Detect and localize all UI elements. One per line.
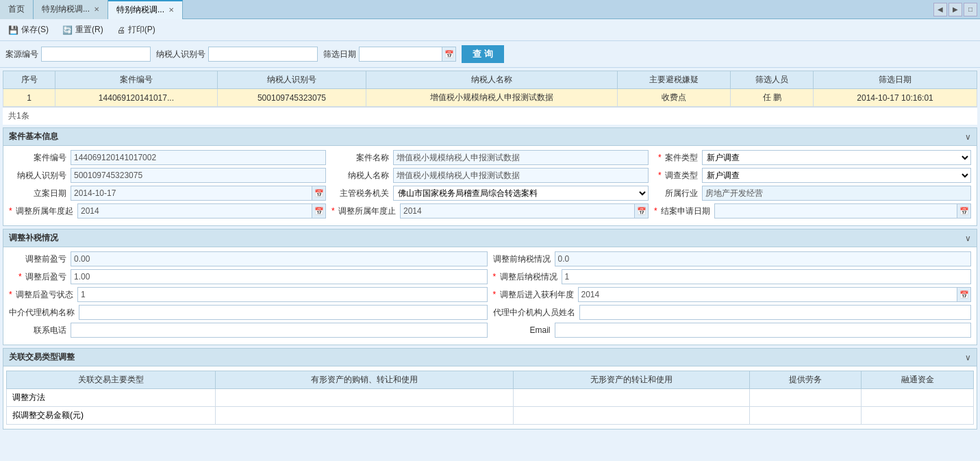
case-date-icon[interactable]: 📅	[312, 186, 325, 200]
print-button[interactable]: 🖨 打印(P)	[114, 23, 158, 37]
th-case-no: 案件编号	[55, 71, 217, 89]
select-case-type[interactable]: 新户调查	[703, 151, 970, 164]
tab-maximize-button[interactable]: □	[964, 3, 977, 16]
input-adjust-end-wrapper: 📅	[400, 203, 649, 219]
basic-info-header[interactable]: 案件基本信息 ∨	[3, 128, 977, 146]
profit-year-icon[interactable]: 📅	[957, 288, 970, 301]
rt-cell-0-col3[interactable]	[862, 389, 974, 407]
rt-cell-1-col0[interactable]	[215, 407, 513, 425]
input-adjust-start[interactable]	[78, 206, 312, 216]
reset-button[interactable]: 🔄 重置(R)	[60, 23, 106, 37]
label-intermediary-person: 代理中介机构人员姓名	[493, 307, 579, 319]
label-case-date: 立案日期	[9, 188, 71, 199]
cell-close-date: * 结案申请日期 📅	[651, 203, 974, 219]
label-pre-tax: 调整前纳税情况	[493, 253, 555, 265]
cell-taxpayer-name2: 纳税人名称	[329, 168, 651, 183]
related-trans-body: 关联交易主要类型 有形资产的购销、转让和使用 无形资产的转让和使用 提供劳务 融…	[3, 366, 977, 429]
form-row-4: * 调整所属年度起 📅 * 调整所属年度止 📅	[6, 203, 974, 219]
rt-cell-0-col1[interactable]	[513, 389, 749, 407]
cell-case-type: * 案件类型 新户调查	[651, 150, 974, 165]
tab-home[interactable]: 首页	[0, 0, 34, 19]
input-close-date-wrapper: 📅	[714, 203, 971, 219]
cell-taxpayer-id2: 纳税人识别号	[6, 168, 329, 183]
table-row[interactable]: 1 144069120141017... 500109745323075 增值税…	[3, 89, 977, 107]
related-trans-header[interactable]: 关联交易类型调整 ∨	[3, 349, 977, 366]
input-adjust-end[interactable]	[401, 206, 634, 216]
input-pre-tax[interactable]	[555, 251, 972, 266]
label-case-no: 案件编号	[9, 152, 71, 164]
tab-home-label: 首页	[8, 3, 25, 15]
case-no-input[interactable]	[41, 47, 151, 62]
input-phone[interactable]	[71, 323, 488, 338]
input-intermediary-person[interactable]	[579, 305, 972, 320]
input-close-date[interactable]	[715, 206, 957, 216]
input-case-no	[71, 150, 326, 165]
adjust-start-icon[interactable]: 📅	[312, 204, 325, 218]
cell-industry: 所属行业	[651, 186, 974, 201]
select-main-tax[interactable]: 佛山市国家税务局稽查局综合转选案料	[394, 186, 648, 200]
label-adjust-start: * 调整所属年度起	[9, 205, 77, 217]
form-row-3: 立案日期 📅 主管税务机关 佛山市国家税务局稽查局综合转选案料 所属	[6, 186, 974, 201]
rt-cell-0-col2[interactable]	[749, 389, 862, 407]
basic-info-section: 案件基本信息 ∨ 案件编号 案件名称 * 案件类型	[3, 127, 977, 226]
save-label: 保存(S)	[21, 24, 49, 36]
adjust-end-icon[interactable]: 📅	[634, 204, 648, 218]
basic-info-title: 案件基本信息	[9, 131, 58, 142]
save-button[interactable]: 💾 保存(S)	[5, 23, 51, 37]
filter-date-icon[interactable]: 📅	[442, 47, 455, 61]
basic-info-toggle: ∨	[965, 132, 971, 142]
related-trans-table: 关联交易主要类型 有形资产的购销、转让和使用 无形资产的转让和使用 提供劳务 融…	[6, 371, 974, 425]
tab-1-label: 特别纳税调...	[42, 3, 90, 15]
input-pre-profit[interactable]	[71, 251, 488, 266]
cell-post-profit: * 调整后盈亏	[6, 269, 490, 284]
tab-prev-button[interactable]: ◀	[933, 3, 947, 16]
label-case-type: * 案件类型	[654, 152, 702, 164]
th-suspicion: 主要避税嫌疑	[617, 71, 731, 89]
input-post-profit[interactable]	[71, 269, 488, 284]
select-case-type-wrapper: 新户调查	[702, 150, 971, 165]
filter-date-input[interactable]	[360, 47, 442, 61]
main-content: 序号 案件编号 纳税人识别号 纳税人名称 主要避税嫌疑 筛选人员 筛选日期 1 …	[0, 68, 980, 461]
filter-date-input-wrapper: 📅	[359, 47, 456, 62]
input-profit-status[interactable]	[77, 287, 487, 302]
required-star-1: *	[658, 153, 662, 162]
input-email[interactable]	[555, 323, 972, 338]
label-phone: 联系电话	[9, 325, 71, 336]
save-icon: 💾	[8, 25, 18, 35]
select-survey-type[interactable]: 新户调查	[703, 169, 970, 182]
tab-1-close[interactable]: ✕	[94, 5, 99, 13]
rt-cell-1-col1[interactable]	[513, 407, 749, 425]
label-profit-year: * 调整后进入获利年度	[493, 289, 578, 301]
input-post-tax[interactable]	[562, 269, 971, 284]
taxpayer-id-input[interactable]	[208, 47, 318, 62]
taxpayer-id-field: 纳税人识别号	[156, 47, 318, 62]
tab-1[interactable]: 特别纳税调... ✕	[34, 0, 108, 19]
input-taxpayer-name2[interactable]	[393, 168, 649, 183]
tab-2[interactable]: 特别纳税调... ✕	[108, 0, 183, 19]
input-case-date[interactable]	[71, 188, 312, 198]
input-intermediary[interactable]	[79, 305, 488, 320]
rt-cell-0-col0[interactable]	[215, 389, 513, 407]
input-industry	[702, 186, 971, 201]
rt-cell-1-col2[interactable]	[749, 407, 862, 425]
label-adjust-end: * 调整所属年度止	[331, 205, 400, 217]
tab-next-button[interactable]: ▶	[948, 3, 962, 16]
cell-intermediary-person: 代理中介机构人员姓名	[490, 305, 975, 320]
adjust-tax-section: 调整补税情况 ∨ 调整前盈亏 调整前纳税情况 * 调整	[3, 229, 977, 345]
related-trans-toggle: ∨	[965, 353, 971, 362]
input-case-name[interactable]	[393, 150, 649, 165]
result-table-wrapper: 序号 案件编号 纳税人识别号 纳税人名称 主要避税嫌疑 筛选人员 筛选日期 1 …	[3, 71, 977, 125]
rt-row-1: 拟调整交易金额(元)	[7, 407, 974, 425]
adjust-tax-header[interactable]: 调整补税情况 ∨	[3, 229, 977, 247]
tab-2-close[interactable]: ✕	[168, 6, 174, 14]
print-icon: 🖨	[117, 25, 125, 35]
adjust-row-4: 中介代理机构名称 代理中介机构人员姓名	[6, 305, 974, 320]
adjust-row-5: 联系电话 Email	[6, 323, 974, 338]
rt-cell-1-col3[interactable]	[862, 407, 974, 425]
rt-cell-0-label: 调整方法	[7, 389, 216, 407]
label-industry: 所属行业	[654, 188, 702, 199]
input-profit-year[interactable]	[579, 290, 957, 299]
close-date-icon[interactable]: 📅	[957, 204, 970, 218]
cell-case-no: 案件编号	[6, 150, 329, 165]
query-button[interactable]: 查 询	[462, 45, 504, 63]
